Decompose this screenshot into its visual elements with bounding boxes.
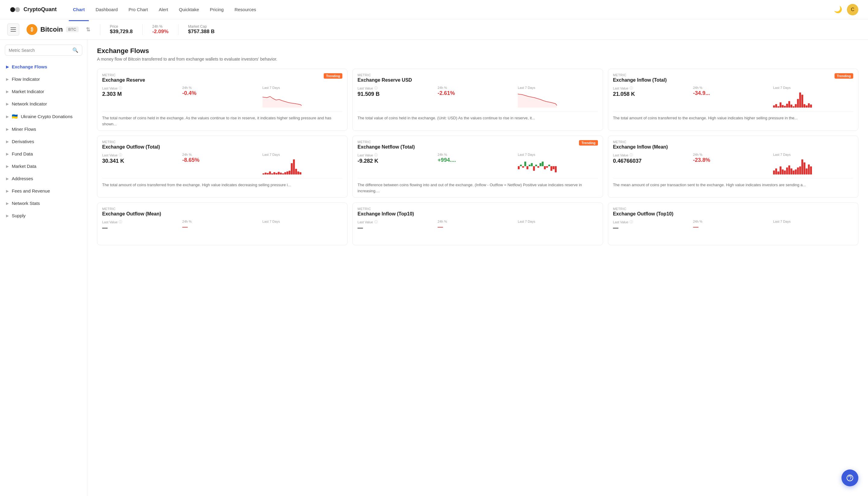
support-fab[interactable] [841, 469, 858, 486]
change-value: — [438, 224, 518, 230]
metric-info: Metric Exchange Outflow (Total) [102, 140, 160, 150]
sidebar-toggle-button[interactable] [7, 24, 19, 35]
info-icon[interactable]: ⓘ [119, 220, 122, 224]
chart-preview [263, 156, 343, 174]
change-value: -23.8% [693, 157, 773, 163]
last-value-label: Last Value ⓘ [613, 86, 693, 90]
metric-card[interactable]: Metric Exchange Netflow (Total) Trending… [352, 136, 603, 198]
arrow-icon: ▶ [6, 201, 9, 205]
chart-label: Last 7 Days [263, 220, 343, 223]
nav-dashboard[interactable]: Dashboard [91, 4, 122, 14]
svg-rect-72 [799, 166, 801, 174]
sidebar-item-supply[interactable]: ▶ Supply [0, 210, 87, 222]
change-label: 24h % [438, 153, 518, 156]
sidebar-item-addresses[interactable]: ▶ Addresses [0, 172, 87, 185]
nav-alert[interactable]: Alert [155, 4, 172, 14]
svg-point-1 [15, 7, 20, 12]
nav-resources[interactable]: Resources [230, 4, 260, 14]
metric-card[interactable]: Metric Exchange Inflow (Total) Trending … [608, 69, 858, 131]
sidebar-item-label: Flow Indicator [12, 77, 40, 82]
swap-icon[interactable]: ⇅ [86, 26, 90, 33]
info-icon[interactable]: ⓘ [119, 153, 122, 157]
arrow-icon: ▶ [6, 90, 9, 94]
svg-rect-38 [295, 169, 297, 174]
change-value: -0.4% [182, 90, 263, 96]
info-icon[interactable]: ⓘ [374, 220, 378, 224]
sidebar-item-fees-revenue[interactable]: ▶ Fees and Revenue [0, 185, 87, 197]
svg-rect-61 [775, 168, 777, 174]
coin-info[interactable]: ₿ Bitcoin BTC [27, 24, 79, 35]
stat-change: 24h % -0.4% [182, 86, 263, 96]
metric-info: Metric Exchange Reserve USD [357, 73, 412, 83]
metric-card-header: Metric Exchange Reserve USD [353, 69, 603, 86]
avatar[interactable]: C [847, 4, 858, 15]
metric-card[interactable]: Metric Exchange Inflow (Top10) Last Valu… [352, 202, 603, 245]
nav-chart[interactable]: Chart [69, 4, 89, 14]
btc-icon: ₿ [27, 24, 37, 35]
metrics-grid: Metric Exchange Reserve Trending Last Va… [97, 69, 858, 245]
sidebar-item-label: Fund Data [12, 151, 33, 156]
sidebar-item-miner-flows[interactable]: ▶ Miner Flows [0, 123, 87, 135]
svg-rect-55 [546, 166, 548, 168]
last-value-label: Last Value ⓘ [357, 220, 438, 224]
metric-card[interactable]: Metric Exchange Outflow (Top10) Last Val… [608, 202, 858, 245]
info-icon[interactable]: ⓘ [630, 153, 633, 157]
svg-rect-9 [782, 105, 784, 108]
sidebar-item-fund-data[interactable]: ▶ Fund Data [0, 148, 87, 160]
sidebar-item-market-indicator[interactable]: ▶ Market Indicator [0, 85, 87, 98]
metric-card[interactable]: Metric Exchange Outflow (Total) Last Val… [97, 136, 347, 198]
info-icon[interactable]: ⓘ [374, 86, 378, 90]
logo[interactable]: CryptoQuant [10, 4, 57, 15]
svg-rect-62 [778, 171, 779, 174]
metric-card[interactable]: Metric Exchange Reserve USD Last Value ⓘ… [352, 69, 603, 131]
last-value: — [102, 225, 182, 231]
stat-change: 24h % — [438, 220, 518, 230]
info-icon[interactable]: ⓘ [630, 220, 633, 224]
metric-card-header: Metric Exchange Inflow (Mean) [608, 136, 858, 153]
change-value: -2.61% [438, 90, 518, 96]
svg-rect-44 [522, 166, 524, 168]
svg-rect-27 [271, 173, 273, 174]
search-input[interactable] [9, 48, 70, 53]
svg-rect-75 [806, 168, 808, 174]
nav-pricing[interactable]: Pricing [205, 4, 228, 14]
nav-pro-chart[interactable]: Pro Chart [124, 4, 152, 14]
stat-chart: Last 7 Days [518, 153, 598, 174]
info-icon[interactable]: ⓘ [119, 86, 122, 90]
sidebar-item-label: Supply [12, 213, 26, 218]
stat-chart: Last 7 Days [773, 86, 853, 108]
sidebar-item-market-data[interactable]: ▶ Market Data [0, 160, 87, 172]
metric-card[interactable]: Metric Exchange Inflow (Mean) Last Value… [608, 136, 858, 198]
last-value-label: Last Value ⓘ [613, 220, 693, 224]
metric-name: Exchange Inflow (Top10) [357, 211, 414, 217]
svg-rect-37 [293, 159, 295, 174]
sidebar-item-flow-indicator[interactable]: ▶ Flow Indicator [0, 73, 87, 85]
search-box[interactable]: 🔍 [5, 45, 82, 56]
metric-card[interactable]: Metric Exchange Outflow (Mean) Last Valu… [97, 202, 347, 245]
metric-card[interactable]: Metric Exchange Reserve Trending Last Va… [97, 69, 347, 131]
sidebar-item-network-stats[interactable]: ▶ Network Stats [0, 197, 87, 210]
ticker-marketcap: Market Cap $757.388 B [188, 25, 215, 35]
metric-info: Metric Exchange Reserve [102, 73, 145, 83]
sidebar-item-derivatives[interactable]: ▶ Derivatives [0, 135, 87, 148]
theme-toggle[interactable]: 🌙 [834, 6, 842, 14]
arrow-icon: ▶ [6, 65, 9, 69]
info-icon[interactable]: ⓘ [374, 153, 378, 157]
svg-rect-14 [793, 106, 794, 108]
metric-description: The difference between coins flowing int… [353, 179, 603, 197]
metric-card-header: Metric Exchange Reserve Trending [97, 69, 347, 86]
svg-rect-6 [775, 104, 777, 108]
metric-info: Metric Exchange Inflow (Top10) [357, 207, 414, 217]
info-icon[interactable]: ⓘ [630, 86, 633, 90]
sidebar-item-network-indicator[interactable]: ▶ Network Indicator [0, 98, 87, 110]
last-value-label: Last Value ⓘ [102, 220, 182, 224]
nav-quicktake[interactable]: Quicktake [175, 4, 203, 14]
chart-preview [518, 156, 598, 174]
metric-info: Metric Exchange Inflow (Mean) [613, 140, 668, 150]
arrow-icon: ▶ [6, 214, 9, 218]
svg-rect-11 [786, 104, 788, 108]
svg-rect-71 [797, 168, 799, 174]
stat-last-value: Last Value ⓘ 91.509 B [357, 86, 438, 97]
sidebar-item-ukraine-donations[interactable]: ▶ 🇺🇦 Ukraine Crypto Donations [0, 110, 87, 123]
sidebar-item-exchange-flows[interactable]: ▶ Exchange Flows [0, 61, 87, 73]
